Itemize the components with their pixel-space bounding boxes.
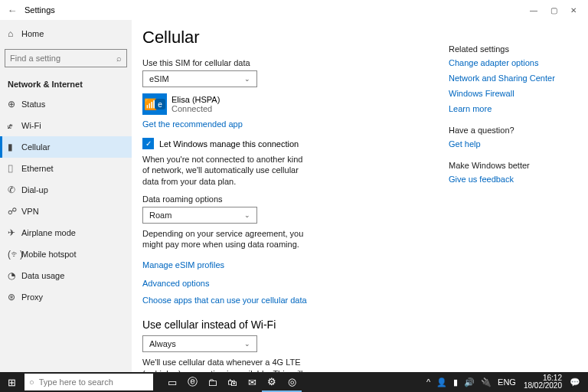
instead-select-value: Always (149, 339, 176, 348)
network-tile[interactable]: 📶e Elisa (HSPA) Connected (142, 93, 449, 115)
roam-label: Data roaming options (142, 194, 449, 204)
link-firewall[interactable]: Windows Firewall (449, 89, 579, 98)
explorer-icon[interactable]: 🗀 (202, 372, 222, 392)
sidebar-item-status[interactable]: ⊕Status (0, 93, 132, 115)
sidebar-item-label: Home (21, 29, 44, 38)
sidebar-item-label: Data usage (21, 271, 64, 280)
manage-connection-checkbox[interactable]: ✓ Let Windows manage this connection (142, 138, 449, 149)
sidebar-item-datausage[interactable]: ◔Data usage (0, 265, 132, 286)
system-tray[interactable]: ^ 👤 ▮ 🔊 🔌 ENG 16:12 18/02/2020 💬 (423, 374, 588, 390)
notification-icon[interactable]: 💬 (570, 377, 580, 387)
home-icon: ⌂ (8, 28, 21, 39)
minimize-button[interactable]: — (524, 2, 544, 18)
taskbar-search[interactable]: ○ Type here to search (24, 374, 153, 390)
rc-heading-feedback: Make Windows better (449, 161, 579, 170)
tray-volume-icon[interactable]: 🔊 (464, 377, 475, 387)
tray-date: 18/02/2020 (524, 382, 562, 390)
checkbox-checked-icon: ✓ (142, 138, 154, 149)
sim-select[interactable]: eSIM ⌄ (142, 70, 257, 87)
back-button[interactable]: ← (5, 5, 20, 16)
sidebar-item-airplane[interactable]: ✈Airplane mode (0, 222, 132, 243)
link-advanced[interactable]: Advanced options (142, 279, 449, 288)
search-icon: ○ (29, 377, 34, 387)
link-feedback[interactable]: Give us feedback (449, 175, 579, 184)
tray-chevron-icon[interactable]: ^ (426, 377, 430, 387)
checkbox-label: Let Windows manage this connection (159, 139, 299, 149)
wifi-icon: ⸙ (8, 120, 21, 131)
vpn-icon: ☍ (8, 206, 21, 217)
page-title: Cellular (142, 28, 449, 47)
sidebar-item-label: Wi-Fi (21, 121, 41, 130)
sidebar-item-cellular[interactable]: ▮Cellular (0, 136, 132, 158)
sidebar-item-label: VPN (21, 207, 39, 216)
network-status: Connected (172, 104, 220, 113)
sidebar-item-wifi[interactable]: ⸙Wi-Fi (0, 115, 132, 136)
section-instead-title: Use cellular instead of Wi-Fi (142, 318, 449, 331)
window-title: Settings (24, 5, 55, 15)
mail-icon[interactable]: ✉ (242, 372, 262, 392)
chevron-down-icon: ⌄ (244, 211, 250, 219)
tray-lang[interactable]: ENG (498, 377, 516, 387)
sidebar-item-label: Proxy (21, 292, 43, 302)
network-name: Elisa (HSPA) (172, 95, 220, 104)
roam-select[interactable]: Roam ⌄ (142, 207, 257, 224)
instead-select[interactable]: Always ⌄ (142, 335, 257, 352)
link-sharing-center[interactable]: Network and Sharing Center (449, 74, 579, 83)
close-button[interactable]: ✕ (564, 2, 583, 18)
rc-heading-question: Have a question? (449, 126, 579, 135)
sidebar-category: Network & Internet (0, 74, 132, 93)
sidebar-item-label: Mobile hotspot (21, 250, 77, 259)
link-adapter-options[interactable]: Change adapter options (449, 58, 579, 67)
sidebar-item-proxy[interactable]: ⊛Proxy (0, 286, 132, 308)
link-learn-more[interactable]: Learn more (449, 104, 579, 113)
store-icon[interactable]: 🛍 (222, 372, 242, 392)
taskbar-search-placeholder: Type here to search (39, 377, 113, 387)
airplane-icon: ✈ (8, 227, 21, 238)
sidebar-item-label: Airplane mode (21, 228, 76, 237)
status-icon: ⊕ (8, 99, 21, 109)
tray-power-icon[interactable]: 🔌 (481, 377, 492, 387)
sidebar-item-hotspot[interactable]: (ᯤ)Mobile hotspot (0, 243, 132, 265)
dialup-icon: ✆ (8, 185, 21, 195)
start-button[interactable]: ⊞ (0, 372, 23, 392)
roam-select-value: Roam (149, 211, 172, 220)
sidebar-item-home[interactable]: ⌂ Home (0, 23, 132, 44)
chevron-down-icon: ⌄ (244, 75, 250, 83)
search-icon: ⌕ (116, 54, 122, 63)
search-input[interactable]: ⌕ (5, 49, 127, 67)
chevron-down-icon: ⌄ (244, 340, 250, 348)
settings-icon[interactable]: ⚙ (262, 372, 282, 392)
signal-icon: 📶e (142, 93, 167, 115)
sidebar-item-label: Status (21, 100, 45, 109)
roam-desc: Depending on your service agreement, you… (142, 228, 311, 250)
tray-cellular-icon[interactable]: ▮ (453, 377, 458, 387)
sidebar: ⌂ Home ⌕ Network & Internet ⊕Status ⸙Wi-… (0, 20, 132, 372)
edge-icon[interactable]: ⓔ (182, 372, 202, 392)
sidebar-item-ethernet[interactable]: ⌷Ethernet (0, 158, 132, 179)
tray-people-icon[interactable]: 👤 (436, 377, 447, 387)
sim-label: Use this SIM for cellular data (142, 58, 449, 67)
instead-desc: We'll use cellular data whenever a 4G LT… (142, 357, 311, 372)
rc-heading-related: Related settings (449, 44, 579, 54)
maximize-button[interactable]: ▢ (544, 2, 564, 18)
hotspot-icon: (ᯤ) (8, 249, 21, 260)
ethernet-icon: ⌷ (8, 163, 21, 174)
sidebar-item-label: Dial-up (21, 185, 48, 194)
sim-select-value: eSIM (149, 74, 169, 83)
link-recommended-app[interactable]: Get the recommended app (142, 119, 449, 129)
search-field[interactable] (10, 54, 116, 63)
link-choose-apps[interactable]: Choose apps that can use your cellular d… (142, 296, 449, 305)
sidebar-item-dialup[interactable]: ✆Dial-up (0, 179, 132, 201)
sidebar-item-label: Ethernet (21, 164, 54, 173)
cellular-icon: ▮ (8, 142, 21, 152)
sidebar-item-label: Cellular (21, 142, 50, 152)
app-icon[interactable]: ◎ (282, 372, 302, 392)
sidebar-item-vpn[interactable]: ☍VPN (0, 201, 132, 222)
tray-clock[interactable]: 16:12 18/02/2020 (524, 374, 562, 390)
manage-desc: When you're not connected to another kin… (142, 154, 303, 187)
datausage-icon: ◔ (8, 270, 21, 281)
taskbar: ⊞ ○ Type here to search ▭ ⓔ 🗀 🛍 ✉ ⚙ ◎ ^ … (0, 372, 588, 392)
link-get-help[interactable]: Get help (449, 139, 579, 149)
task-view-button[interactable]: ▭ (162, 372, 182, 392)
link-manage-esim[interactable]: Manage eSIM profiles (142, 260, 449, 270)
